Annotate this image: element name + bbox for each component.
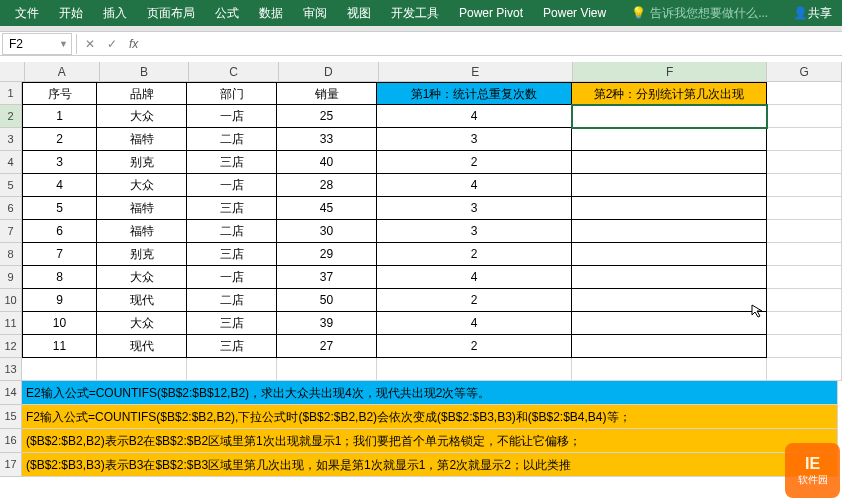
col-header-C[interactable]: C [189,62,279,82]
col-header-E[interactable]: E [379,62,573,82]
cell-C9[interactable]: 一店 [187,266,277,289]
cell-G9[interactable] [767,266,842,289]
cell-B6[interactable]: 福特 [97,197,187,220]
cell-E12[interactable]: 2 [377,335,572,358]
cell-B13[interactable] [97,358,187,381]
tab-view[interactable]: 视图 [337,0,381,26]
cell-C5[interactable]: 一店 [187,174,277,197]
cell-D7[interactable]: 30 [277,220,377,243]
tab-page-layout[interactable]: 页面布局 [137,0,205,26]
cell-G3[interactable] [767,128,842,151]
cell-F7[interactable] [572,220,767,243]
cell-D5[interactable]: 28 [277,174,377,197]
row-header-7[interactable]: 7 [0,220,22,243]
cell-F3[interactable] [572,128,767,151]
row-header-9[interactable]: 9 [0,266,22,289]
cell-F5[interactable] [572,174,767,197]
cell-E7[interactable]: 3 [377,220,572,243]
cell-A4[interactable]: 3 [22,151,97,174]
cell-G2[interactable] [767,105,842,128]
cell-E2[interactable]: 4 [377,105,572,128]
cell-G13[interactable] [767,358,842,381]
cell-F2[interactable] [572,105,767,128]
cell-G11[interactable] [767,312,842,335]
cell-E10[interactable]: 2 [377,289,572,312]
name-box[interactable]: F2 ▼ [2,33,72,55]
cell-E5[interactable]: 4 [377,174,572,197]
cell-A10[interactable]: 9 [22,289,97,312]
cell-E13[interactable] [377,358,572,381]
tab-file[interactable]: 文件 [5,0,49,26]
row-header-1[interactable]: 1 [0,82,22,105]
cell-F4[interactable] [572,151,767,174]
tab-review[interactable]: 审阅 [293,0,337,26]
cell-C10[interactable]: 二店 [187,289,277,312]
row-header-16[interactable]: 16 [0,429,22,453]
fx-button[interactable]: fx [123,37,144,51]
cell-F6[interactable] [572,197,767,220]
cell-F10[interactable] [572,289,767,312]
cell-A12[interactable]: 11 [22,335,97,358]
cell-B9[interactable]: 大众 [97,266,187,289]
col-header-G[interactable]: G [767,62,842,82]
cell-D8[interactable]: 29 [277,243,377,266]
cell-C2[interactable]: 一店 [187,105,277,128]
cell-G5[interactable] [767,174,842,197]
cell-F11[interactable] [572,312,767,335]
cell-F9[interactable] [572,266,767,289]
formula-cancel-button[interactable]: ✕ [79,37,101,51]
cell-D12[interactable]: 27 [277,335,377,358]
cell-E3[interactable]: 3 [377,128,572,151]
cell-F13[interactable] [572,358,767,381]
row-header-14[interactable]: 14 [0,381,22,405]
name-box-dropdown-icon[interactable]: ▼ [59,39,68,49]
tab-insert[interactable]: 插入 [93,0,137,26]
row-header-3[interactable]: 3 [0,128,22,151]
cell-E4[interactable]: 2 [377,151,572,174]
cell-D2[interactable]: 25 [277,105,377,128]
cell-A7[interactable]: 6 [22,220,97,243]
cell-B8[interactable]: 别克 [97,243,187,266]
col-header-F[interactable]: F [573,62,767,82]
tab-power-pivot[interactable]: Power Pivot [449,0,533,26]
row-header-2[interactable]: 2 [0,105,22,128]
cell-A17[interactable]: ($B$2:$B3,B3)表示B3在$B$2:$B3区域里第几次出现，如果是第1… [22,453,838,477]
row-header-5[interactable]: 5 [0,174,22,197]
cell-B4[interactable]: 别克 [97,151,187,174]
tab-developer[interactable]: 开发工具 [381,0,449,26]
cell-G6[interactable] [767,197,842,220]
tab-home[interactable]: 开始 [49,0,93,26]
formula-confirm-button[interactable]: ✓ [101,37,123,51]
cell-A16[interactable]: ($B$2:$B2,B2)表示B2在$B$2:$B2区域里第1次出现就显示1；我… [22,429,838,453]
cell-D9[interactable]: 37 [277,266,377,289]
cell-C1[interactable]: 部门 [187,82,277,105]
cell-F12[interactable] [572,335,767,358]
cell-B2[interactable]: 大众 [97,105,187,128]
row-header-4[interactable]: 4 [0,151,22,174]
formula-input[interactable] [144,33,842,55]
cell-G10[interactable] [767,289,842,312]
cell-C6[interactable]: 三店 [187,197,277,220]
cell-A1[interactable]: 序号 [22,82,97,105]
cell-A6[interactable]: 5 [22,197,97,220]
cell-A8[interactable]: 7 [22,243,97,266]
cell-A2[interactable]: 1 [22,105,97,128]
cell-A15[interactable]: F2输入公式=COUNTIFS($B$2:$B2,B2),下拉公式时($B$2:… [22,405,838,429]
row-header-13[interactable]: 13 [0,358,22,381]
cell-E9[interactable]: 4 [377,266,572,289]
cell-A9[interactable]: 8 [22,266,97,289]
cell-G1[interactable] [767,82,842,105]
select-all-corner[interactable] [0,62,25,82]
row-header-17[interactable]: 17 [0,453,22,477]
cell-G12[interactable] [767,335,842,358]
cell-B7[interactable]: 福特 [97,220,187,243]
cell-C7[interactable]: 二店 [187,220,277,243]
cell-B1[interactable]: 品牌 [97,82,187,105]
cell-G8[interactable] [767,243,842,266]
row-header-11[interactable]: 11 [0,312,22,335]
cell-D6[interactable]: 45 [277,197,377,220]
cell-D1[interactable]: 销量 [277,82,377,105]
cell-C8[interactable]: 三店 [187,243,277,266]
cell-E1[interactable]: 第1种：统计总重复次数 [377,82,572,105]
cell-E11[interactable]: 4 [377,312,572,335]
